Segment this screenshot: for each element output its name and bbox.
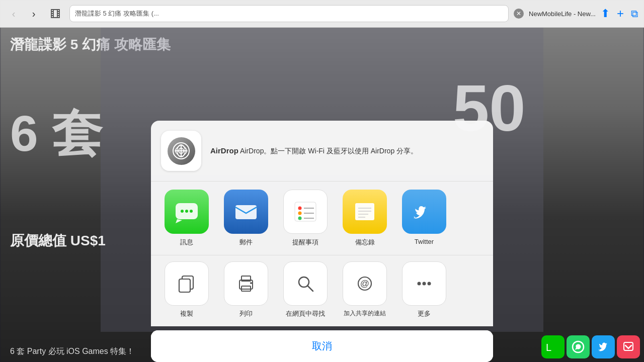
dock-pocket[interactable] (617, 335, 640, 358)
more-icon (402, 261, 446, 306)
share-sheet: AirDrop AirDrop。點一下開啟 Wi-Fi 及藍牙以使用 AirDr… (151, 121, 493, 362)
svg-point-33 (418, 282, 421, 286)
svg-point-12 (298, 207, 302, 210)
svg-point-28 (250, 282, 252, 284)
svg-point-8 (185, 210, 188, 213)
svg-rect-24 (179, 279, 190, 292)
airdrop-icon-wrap[interactable] (161, 131, 201, 171)
actions-row: 複製 列印 (151, 255, 493, 326)
share-app-notes[interactable]: 備忘錄 (337, 190, 392, 247)
address-bar[interactable]: 潛龍諜影 5 幻痛 攻略匯集 (... (69, 5, 509, 22)
action-print[interactable]: 列印 (218, 261, 274, 318)
action-more[interactable]: 更多 (396, 261, 452, 318)
share-button[interactable]: ⬆ (601, 7, 610, 20)
print-label: 列印 (239, 310, 253, 318)
bg-price-text: 原價總值 US$1 (10, 231, 106, 250)
copy-icon (165, 261, 209, 306)
twitter-icon (402, 190, 446, 234)
back-button[interactable]: ‹ (6, 6, 21, 21)
share-app-mail[interactable]: 郵件 (218, 190, 274, 247)
reminders-icon (283, 190, 328, 234)
more-label: 更多 (418, 310, 431, 318)
action-copy[interactable]: 複製 (159, 261, 214, 318)
dock-whatsapp[interactable] (567, 335, 590, 358)
messages-label: 訊息 (180, 238, 193, 247)
notes-label: 備忘錄 (355, 238, 375, 247)
svg-point-7 (181, 210, 184, 213)
notes-icon (343, 190, 387, 234)
share-app-twitter[interactable]: Twitter (396, 190, 452, 245)
mail-label: 郵件 (239, 238, 253, 247)
action-add-link[interactable]: @ 加入共享的連結 (337, 261, 392, 318)
apps-row: 訊息 郵件 (151, 182, 493, 255)
tabs-button[interactable]: ⧉ (631, 8, 638, 20)
svg-point-35 (428, 282, 431, 286)
action-find[interactable]: 在網頁中尋找 (278, 261, 333, 318)
dock-line[interactable]: L (541, 335, 565, 358)
svg-line-30 (308, 286, 313, 292)
svg-point-34 (423, 282, 426, 286)
new-tab-button[interactable]: + (617, 7, 624, 21)
svg-text:@: @ (360, 279, 369, 289)
tab-title: NewMobileLife - New... (529, 10, 596, 18)
share-app-messages[interactable]: 訊息 (159, 190, 214, 247)
toolbar-right: ⬆ + ⧉ (601, 7, 638, 21)
share-app-reminders[interactable]: 提醒事項 (278, 190, 333, 247)
bottom-dock: L (541, 332, 644, 362)
cancel-section: 取消 (151, 330, 493, 362)
svg-rect-18 (355, 203, 374, 220)
svg-rect-10 (235, 205, 257, 219)
add-link-icon: @ (343, 261, 387, 306)
reminders-label: 提醒事項 (292, 238, 318, 247)
forward-button[interactable]: › (26, 6, 41, 21)
find-label: 在網頁中尋找 (286, 310, 325, 318)
mail-icon (224, 190, 268, 234)
find-icon (283, 261, 328, 306)
airdrop-description: AirDrop AirDrop。點一下開啟 Wi-Fi 及藍牙以使用 AirDr… (210, 145, 418, 157)
print-icon (224, 261, 268, 306)
svg-point-14 (298, 217, 302, 220)
bookmarks-button[interactable] (46, 5, 64, 23)
messages-icon (165, 190, 209, 234)
cancel-button[interactable]: 取消 (151, 330, 493, 362)
svg-point-9 (190, 210, 193, 213)
airdrop-icon (168, 137, 195, 165)
bg-bottom-text: 6 套 Party 必玩 iOS Games 特集！ (10, 346, 134, 357)
airdrop-section: AirDrop AirDrop。點一下開啟 Wi-Fi 及藍牙以使用 AirDr… (151, 121, 493, 182)
add-link-label: 加入共享的連結 (344, 310, 386, 318)
bg-number-6: 6 套 (10, 101, 102, 168)
svg-point-13 (298, 212, 302, 215)
browser-toolbar: ‹ › 潛龍諜影 5 幻痛 攻略匯集 (... ✕ NewMobileLife … (0, 0, 644, 28)
twitter-label: Twitter (415, 238, 434, 245)
svg-text:L: L (546, 342, 551, 353)
share-sheet-content: AirDrop AirDrop。點一下開啟 Wi-Fi 及藍牙以使用 AirDr… (151, 121, 493, 326)
close-badge: ✕ (514, 9, 524, 19)
copy-label: 複製 (180, 310, 193, 318)
dock-twitter[interactable] (592, 335, 615, 358)
